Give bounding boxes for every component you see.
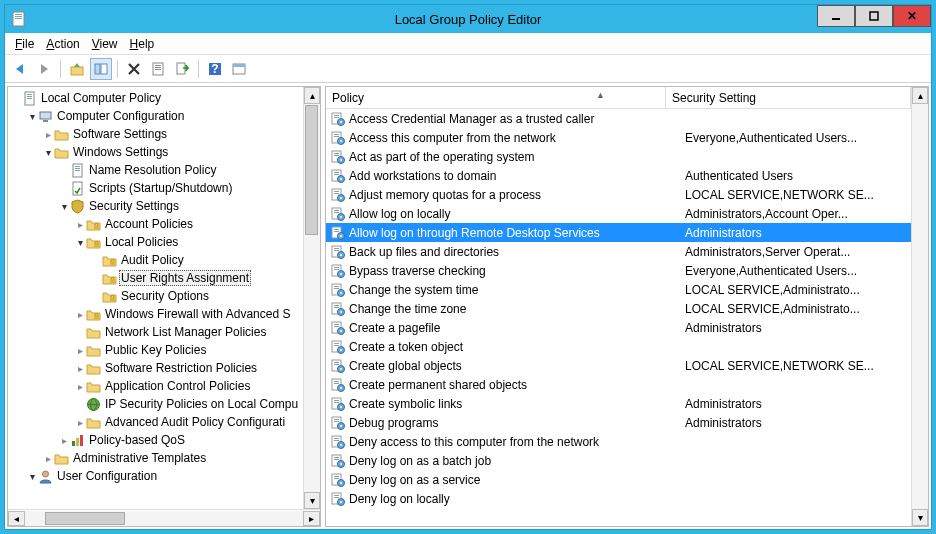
policy-icon <box>330 282 345 297</box>
policy-row[interactable]: Create symbolic linksAdministrators <box>326 394 911 413</box>
policy-list[interactable]: Access Credential Manager as a trusted c… <box>326 109 911 526</box>
tree-item-ws[interactable]: ▾Windows Settings <box>10 143 303 161</box>
policy-row[interactable]: Deny log on as a service <box>326 470 911 489</box>
tree-item-aapc[interactable]: ▸Advanced Audit Policy Configurati <box>10 413 303 431</box>
tree-node-icon <box>54 145 69 160</box>
tree-node-icon <box>70 181 85 196</box>
expand-icon[interactable]: ▸ <box>74 363 86 374</box>
policy-row[interactable]: Back up files and directoriesAdministrat… <box>326 242 911 261</box>
svg-point-121 <box>340 406 342 408</box>
filter-button[interactable] <box>228 58 250 80</box>
menu-help[interactable]: Help <box>124 35 161 53</box>
properties-button[interactable] <box>147 58 169 80</box>
expand-icon[interactable]: ▸ <box>74 417 86 428</box>
policy-row[interactable]: Deny log on as a batch job <box>326 451 911 470</box>
tree-horizontal-scrollbar[interactable]: ◂ ▸ <box>8 509 320 526</box>
policy-row[interactable]: Access Credential Manager as a trusted c… <box>326 109 911 128</box>
policy-row[interactable]: Deny log on locally <box>326 489 911 508</box>
column-header-policy[interactable]: Policy ▲ <box>326 87 666 108</box>
security-setting: Everyone,Authenticated Users... <box>685 264 911 278</box>
policy-row[interactable]: Allow log on locallyAdministrators,Accou… <box>326 204 911 223</box>
list-vertical-scrollbar[interactable]: ▴ ▾ <box>911 87 928 526</box>
help-button[interactable]: ? <box>204 58 226 80</box>
menu-file[interactable]: File <box>9 35 40 53</box>
column-header-security-setting[interactable]: Security Setting <box>666 87 911 108</box>
expand-icon[interactable]: ▸ <box>42 453 54 464</box>
svg-rect-74 <box>334 231 339 232</box>
menu-action[interactable]: Action <box>40 35 85 53</box>
security-setting: Administrators <box>685 321 911 335</box>
policy-row[interactable]: Bypass traverse checkingEveryone,Authent… <box>326 261 911 280</box>
tree[interactable]: ▸Local Computer Policy▾Computer Configur… <box>8 87 303 487</box>
tree-item-wfw[interactable]: ▸Windows Firewall with Advanced S <box>10 305 303 323</box>
tree-item-ap[interactable]: ▸Account Policies <box>10 215 303 233</box>
policy-row[interactable]: Create global objectsLOCAL SERVICE,NETWO… <box>326 356 911 375</box>
policy-row[interactable]: Change the time zoneLOCAL SERVICE,Admini… <box>326 299 911 318</box>
tree-item-ura[interactable]: ▸User Rights Assignment <box>10 269 303 287</box>
tree-item-ss[interactable]: ▸Software Settings <box>10 125 303 143</box>
collapse-icon[interactable]: ▾ <box>74 237 86 248</box>
tree-node-label: Account Policies <box>103 217 195 231</box>
tree-item-audit[interactable]: ▸Audit Policy <box>10 251 303 269</box>
svg-point-146 <box>340 501 342 503</box>
tree-item-uc[interactable]: ▾User Configuration <box>10 467 303 485</box>
scroll-up-icon[interactable]: ▴ <box>912 87 928 104</box>
scroll-left-icon[interactable]: ◂ <box>8 511 25 526</box>
scroll-down-icon[interactable]: ▾ <box>912 509 928 526</box>
expand-icon[interactable]: ▸ <box>74 309 86 320</box>
expand-icon[interactable]: ▸ <box>74 381 86 392</box>
policy-icon <box>330 396 345 411</box>
policy-row[interactable]: Add workstations to domainAuthenticated … <box>326 166 911 185</box>
policy-row[interactable]: Change the system timeLOCAL SERVICE,Admi… <box>326 280 911 299</box>
tree-item-nlm[interactable]: ▸Network List Manager Policies <box>10 323 303 341</box>
menu-view[interactable]: View <box>86 35 124 53</box>
tree-item-so[interactable]: ▸Security Options <box>10 287 303 305</box>
tree-item-ipsec[interactable]: ▸IP Security Policies on Local Compu <box>10 395 303 413</box>
policy-row[interactable]: Create a token object <box>326 337 911 356</box>
scroll-up-icon[interactable]: ▴ <box>304 87 320 104</box>
tree-vertical-scrollbar[interactable]: ▴ ▾ <box>303 87 320 509</box>
delete-button[interactable] <box>123 58 145 80</box>
up-button[interactable] <box>66 58 88 80</box>
tree-item-sec[interactable]: ▾Security Settings <box>10 197 303 215</box>
tree-item-at[interactable]: ▸Administrative Templates <box>10 449 303 467</box>
forward-button[interactable] <box>33 58 55 80</box>
collapse-icon[interactable]: ▾ <box>58 201 70 212</box>
policy-row[interactable]: Allow log on through Remote Desktop Serv… <box>326 223 911 242</box>
tree-item-cc[interactable]: ▾Computer Configuration <box>10 107 303 125</box>
expand-icon[interactable]: ▸ <box>74 345 86 356</box>
policy-row[interactable]: Access this computer from the networkEve… <box>326 128 911 147</box>
svg-rect-32 <box>110 279 115 283</box>
tree-node-icon <box>102 253 117 268</box>
scroll-thumb[interactable] <box>45 512 125 525</box>
tree-item-pbqos[interactable]: ▸Policy-based QoS <box>10 431 303 449</box>
tree-item-srp[interactable]: ▸Software Restriction Policies <box>10 359 303 377</box>
export-button[interactable] <box>171 58 193 80</box>
svg-point-111 <box>340 368 342 370</box>
expand-icon[interactable]: ▸ <box>74 219 86 230</box>
policy-row[interactable]: Debug programsAdministrators <box>326 413 911 432</box>
twist-blank: ▸ <box>74 327 86 338</box>
policy-row[interactable]: Deny access to this computer from the ne… <box>326 432 911 451</box>
tree-item-pkp[interactable]: ▸Public Key Policies <box>10 341 303 359</box>
svg-rect-58 <box>334 172 339 173</box>
expand-icon[interactable]: ▸ <box>42 129 54 140</box>
tree-item-nrp[interactable]: ▸Name Resolution Policy <box>10 161 303 179</box>
scroll-right-icon[interactable]: ▸ <box>303 511 320 526</box>
tree-item-root[interactable]: ▸Local Computer Policy <box>10 89 303 107</box>
tree-item-acp[interactable]: ▸Application Control Policies <box>10 377 303 395</box>
back-button[interactable] <box>9 58 31 80</box>
policy-row[interactable]: Act as part of the operating system <box>326 147 911 166</box>
tree-item-scripts[interactable]: ▸Scripts (Startup/Shutdown) <box>10 179 303 197</box>
policy-row[interactable]: Create permanent shared objects <box>326 375 911 394</box>
policy-row[interactable]: Adjust memory quotas for a processLOCAL … <box>326 185 911 204</box>
scroll-thumb[interactable] <box>305 105 318 235</box>
show-hide-tree-button[interactable] <box>90 58 112 80</box>
collapse-icon[interactable]: ▾ <box>26 111 38 122</box>
tree-item-lp[interactable]: ▾Local Policies <box>10 233 303 251</box>
scroll-down-icon[interactable]: ▾ <box>304 492 320 509</box>
expand-icon[interactable]: ▸ <box>58 435 70 446</box>
collapse-icon[interactable]: ▾ <box>42 147 54 158</box>
policy-row[interactable]: Create a pagefileAdministrators <box>326 318 911 337</box>
collapse-icon[interactable]: ▾ <box>26 471 38 482</box>
